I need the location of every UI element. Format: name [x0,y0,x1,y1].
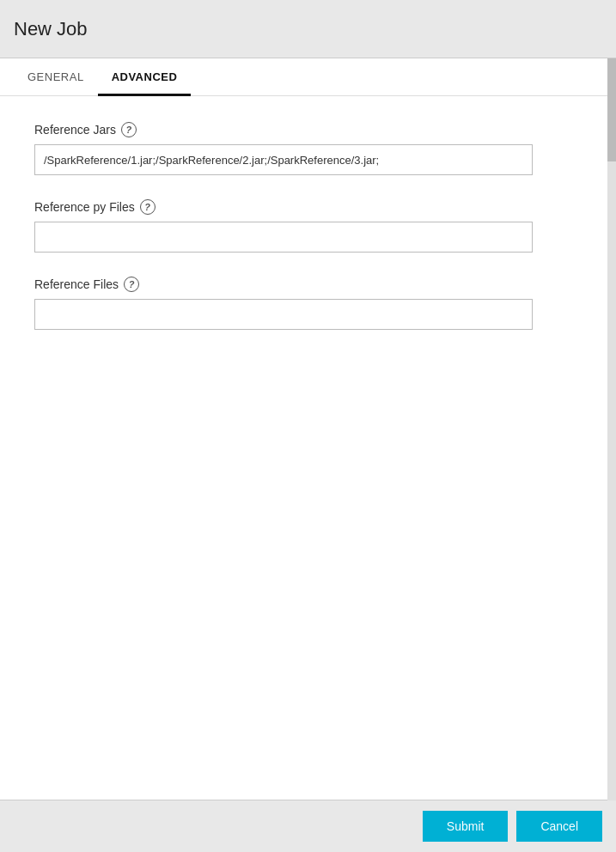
reference-files-group: Reference Files ? [34,277,582,330]
dialog-title: New Job [14,18,88,40]
reference-jars-help-icon[interactable]: ? [121,122,137,137]
dialog-window: New Job GENERAL ADVANCED Reference Jars … [0,0,616,852]
scrollbar-thumb[interactable] [607,58,616,161]
scrollbar-track [607,58,616,800]
submit-button[interactable]: Submit [423,811,509,842]
tab-advanced[interactable]: ADVANCED [98,58,192,96]
title-bar: New Job [0,0,616,58]
reference-jars-label-text: Reference Jars [34,123,116,137]
reference-files-label-text: Reference Files [34,277,119,291]
reference-files-label: Reference Files ? [34,277,582,292]
reference-py-files-group: Reference py Files ? [34,199,582,253]
reference-jars-label: Reference Jars ? [34,122,582,137]
footer-bar: Submit Cancel [0,800,616,852]
reference-files-help-icon[interactable]: ? [124,277,139,292]
reference-py-files-help-icon[interactable]: ? [140,199,156,215]
tab-general[interactable]: GENERAL [14,58,98,96]
dialog-body: GENERAL ADVANCED Reference Jars ? Refere… [0,58,616,800]
form-area: Reference Jars ? Reference py Files ? Re… [0,96,616,800]
reference-jars-group: Reference Jars ? [34,122,582,175]
cancel-button[interactable]: Cancel [516,811,602,842]
reference-files-input[interactable] [34,299,533,330]
reference-py-files-label-text: Reference py Files [34,200,135,214]
tabs-bar: GENERAL ADVANCED [0,58,616,96]
reference-py-files-input[interactable] [34,222,533,253]
reference-jars-input[interactable] [34,144,533,175]
reference-py-files-label: Reference py Files ? [34,199,582,215]
